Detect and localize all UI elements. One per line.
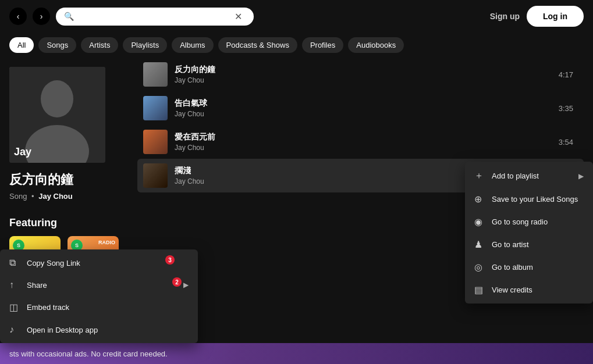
artist-link[interactable]: Jay Chou (38, 192, 73, 201)
song-artist: Jay Chou (175, 110, 559, 118)
menu-label-open-desktop: Open in Desktop app (27, 326, 98, 334)
menu-label-view-credits: View credits (492, 286, 532, 294)
back-icon: ‹ (17, 12, 20, 21)
menu-label-go-album: Go to album (492, 263, 533, 272)
song-duration: 3:54 (559, 138, 573, 147)
menu-item-go-artist[interactable]: ♟ Go to artist (465, 233, 593, 256)
credits-icon: ▤ (474, 284, 485, 295)
tab-all[interactable]: All (9, 37, 34, 53)
song-thumbnail (143, 130, 168, 154)
album-icon: ◎ (474, 262, 485, 273)
card-radio-label: RADIO (98, 240, 115, 245)
tab-playlists[interactable]: Playlists (123, 37, 167, 53)
song-name: 愛在西元前 (175, 132, 559, 142)
filter-tabs: All Songs Artists Playlists Albums Podca… (0, 33, 593, 58)
menu-item-song-radio[interactable]: ◉ Go to song radio (465, 210, 593, 233)
signup-button[interactable]: Sign up (490, 12, 520, 21)
menu-item-add-playlist[interactable]: ＋ Add to playlist ▶ (465, 164, 593, 188)
song-title: 反方向的鐘 (9, 171, 119, 188)
search-bar: 🔍 周杰伦 ✕ (56, 8, 254, 26)
forward-icon: › (40, 12, 43, 21)
song-name: 反力向的鐘 (175, 65, 559, 75)
menu-label-copy-link: Copy Song Link (27, 259, 80, 267)
bottom-context-menu: ⧉ Copy Song Link 3 ↑ Share 2 ▶ ◫ Embed t… (0, 249, 198, 343)
forward-button[interactable]: › (33, 8, 50, 25)
menu-item-open-desktop[interactable]: ♪ Open in Desktop app (0, 319, 198, 341)
song-artist: Jay Chou (175, 144, 559, 152)
embed-icon: ◫ (9, 302, 20, 313)
artist-overlay-label: Jay (14, 146, 31, 158)
person-icon: ♟ (474, 239, 485, 250)
table-row[interactable]: 愛在西元前 Jay Chou 3:54 (137, 125, 584, 159)
menu-item-go-album[interactable]: ◎ Go to album (465, 256, 593, 279)
topbar: ‹ › 🔍 周杰伦 ✕ Sign up Log in (0, 0, 593, 33)
song-thumbnail (143, 163, 168, 188)
song-artist: Jay Chou (175, 76, 559, 84)
copy-link-icon: ⧉ (9, 258, 20, 268)
artist-cover: Jay (9, 67, 105, 163)
tab-podcasts[interactable]: Podcasts & Shows (218, 37, 297, 53)
menu-label-save-liked: Save to your Liked Songs (492, 195, 578, 204)
tab-audiobooks[interactable]: Audiobooks (348, 37, 404, 53)
song-thumbnail (143, 96, 168, 120)
tab-albums[interactable]: Albums (172, 37, 213, 53)
menu-label-add-playlist: Add to playlist (492, 172, 539, 180)
song-name: 告白氣球 (175, 98, 559, 109)
song-duration: 4:17 (559, 70, 573, 79)
table-row[interactable]: 反力向的鐘 Jay Chou 4:17 (137, 58, 584, 91)
search-input[interactable]: 周杰伦 (79, 12, 230, 21)
context-menu: ＋ Add to playlist ▶ ⊕ Save to your Liked… (465, 162, 593, 304)
song-thumbnail (143, 62, 168, 87)
song-info: 告白氣球 Jay Chou (175, 98, 559, 118)
menu-label-go-artist: Go to artist (492, 240, 529, 249)
menu-item-copy-link[interactable]: ⧉ Copy Song Link 3 (0, 252, 198, 274)
radio-icon: ◉ (474, 216, 485, 227)
circle-plus-icon: ⊕ (474, 194, 485, 205)
search-icon: 🔍 (64, 12, 74, 21)
song-type: Song (9, 192, 27, 201)
menu-item-share[interactable]: ↑ Share 2 ▶ (0, 274, 198, 296)
chevron-right-icon: ▶ (578, 172, 584, 180)
song-duration: 3:35 (559, 104, 573, 113)
share-icon: ↑ (9, 280, 20, 290)
badge-2: 2 (172, 277, 182, 287)
back-button[interactable]: ‹ (9, 8, 27, 25)
tab-profiles[interactable]: Profiles (302, 37, 343, 53)
menu-label-song-radio: Go to song radio (492, 217, 548, 226)
table-row[interactable]: 告白氣球 Jay Chou 3:35 (137, 91, 584, 125)
tab-artists[interactable]: Artists (81, 37, 118, 53)
dot-separator: • (31, 192, 34, 201)
bottom-bar: sts with occasional ads. No credit card … (0, 343, 593, 364)
menu-item-embed-track[interactable]: ◫ Embed track (0, 296, 198, 319)
badge-3: 3 (165, 255, 175, 265)
chevron-right-icon: ▶ (183, 281, 189, 289)
clear-search-button[interactable]: ✕ (235, 11, 242, 22)
song-info: 愛在西元前 Jay Chou (175, 132, 559, 152)
bottom-bar-text: sts with occasional ads. No credit card … (9, 349, 168, 358)
song-meta: Song • Jay Chou (9, 192, 119, 201)
tab-songs[interactable]: Songs (38, 37, 76, 53)
login-button[interactable]: Log in (527, 6, 584, 27)
menu-label-embed-track: Embed track (27, 303, 69, 312)
add-icon: ＋ (474, 170, 485, 182)
spotify-desktop-icon: ♪ (9, 324, 20, 335)
menu-label-share: Share (27, 281, 47, 290)
svg-point-1 (41, 80, 73, 117)
featuring-label: Featuring (9, 217, 119, 229)
menu-item-view-credits[interactable]: ▤ View credits (465, 279, 593, 301)
menu-item-save-liked[interactable]: ⊕ Save to your Liked Songs (465, 188, 593, 210)
auth-area: Sign up Log in (490, 6, 584, 27)
song-info: 反力向的鐘 Jay Chou (175, 65, 559, 84)
